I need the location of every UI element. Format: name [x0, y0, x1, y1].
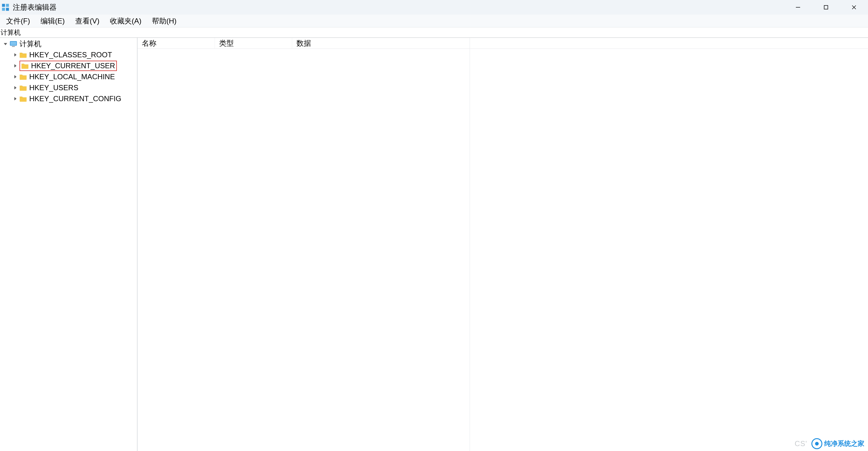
folder-icon: [19, 94, 27, 103]
tree-root[interactable]: 计算机: [0, 38, 137, 49]
svg-rect-0: [2, 4, 5, 7]
column-header-name[interactable]: 名称: [137, 38, 215, 49]
path-bar[interactable]: 计算机: [0, 27, 868, 38]
menu-bar: 文件(F) 编辑(E) 查看(V) 收藏夹(A) 帮助(H): [0, 15, 868, 27]
watermark-badge-icon: [811, 438, 823, 449]
list-body[interactable]: [137, 49, 470, 451]
tree-pane[interactable]: 计算机: [0, 38, 137, 451]
folder-icon: [19, 84, 27, 92]
svg-marker-16: [14, 86, 17, 89]
window-controls: [784, 0, 868, 15]
main-area: 计算机: [0, 38, 868, 451]
watermark: CS' 纯净系统之家: [795, 438, 864, 449]
menu-edit[interactable]: 编辑(E): [36, 15, 69, 27]
menu-view[interactable]: 查看(V): [71, 15, 104, 27]
list-header: 名称 类型 数据: [137, 38, 868, 49]
window-title: 注册表编辑器: [13, 2, 57, 12]
svg-rect-5: [824, 5, 828, 9]
column-header-data[interactable]: 数据: [292, 38, 470, 49]
tree-item-label: HKEY_CURRENT_USER: [31, 61, 115, 70]
watermark-cs: CS': [795, 440, 807, 448]
watermark-badge: 纯净系统之家: [811, 438, 864, 449]
close-button[interactable]: [840, 0, 868, 15]
folder-icon: [19, 51, 27, 59]
chevron-down-icon[interactable]: [2, 40, 9, 48]
tree-item-label: HKEY_CURRENT_CONFIG: [29, 94, 121, 103]
tree-root-label: 计算机: [20, 39, 41, 49]
tree-item-hkey-local-machine[interactable]: HKEY_LOCAL_MACHINE: [0, 71, 137, 82]
menu-file[interactable]: 文件(F): [2, 15, 34, 27]
tree-item-hkey-classes-root[interactable]: HKEY_CLASSES_ROOT: [0, 49, 137, 60]
tree-item-hkey-users[interactable]: HKEY_USERS: [0, 82, 137, 93]
tree-item-label: HKEY_USERS: [29, 84, 78, 92]
title-bar: 注册表编辑器: [0, 0, 868, 15]
watermark-brand: 纯净系统之家: [824, 440, 864, 447]
chevron-right-icon[interactable]: [11, 73, 19, 80]
title-bar-left: 注册表编辑器: [1, 2, 57, 12]
svg-marker-14: [14, 64, 17, 67]
menu-help[interactable]: 帮助(H): [148, 15, 181, 27]
svg-marker-15: [14, 75, 17, 78]
folder-icon: [21, 61, 29, 70]
tree-item-hkey-current-config[interactable]: HKEY_CURRENT_CONFIG: [0, 93, 137, 104]
list-pane: 名称 类型 数据: [137, 38, 868, 451]
chevron-right-icon[interactable]: [11, 84, 19, 91]
maximize-button[interactable]: [812, 0, 840, 15]
svg-rect-10: [10, 42, 17, 45]
svg-rect-11: [12, 46, 15, 47]
path-bar-value: 计算机: [1, 28, 21, 37]
svg-marker-13: [14, 53, 17, 56]
svg-rect-3: [6, 8, 9, 11]
chevron-right-icon[interactable]: [11, 95, 19, 103]
tree-item-label: HKEY_CLASSES_ROOT: [29, 51, 112, 59]
tree-item-label: HKEY_LOCAL_MACHINE: [29, 73, 115, 81]
menu-favorites[interactable]: 收藏夹(A): [105, 15, 146, 27]
svg-marker-17: [14, 97, 17, 100]
chevron-right-icon[interactable]: [11, 62, 19, 69]
svg-marker-8: [4, 43, 7, 45]
svg-rect-1: [6, 4, 9, 7]
computer-icon: [9, 39, 18, 48]
chevron-right-icon[interactable]: [11, 51, 19, 58]
column-header-type[interactable]: 类型: [215, 38, 292, 49]
svg-rect-2: [2, 8, 5, 11]
minimize-button[interactable]: [784, 0, 812, 15]
tree-item-hkey-current-user[interactable]: HKEY_CURRENT_USER: [0, 60, 137, 71]
registry-app-icon: [1, 3, 10, 11]
folder-icon: [19, 73, 27, 81]
